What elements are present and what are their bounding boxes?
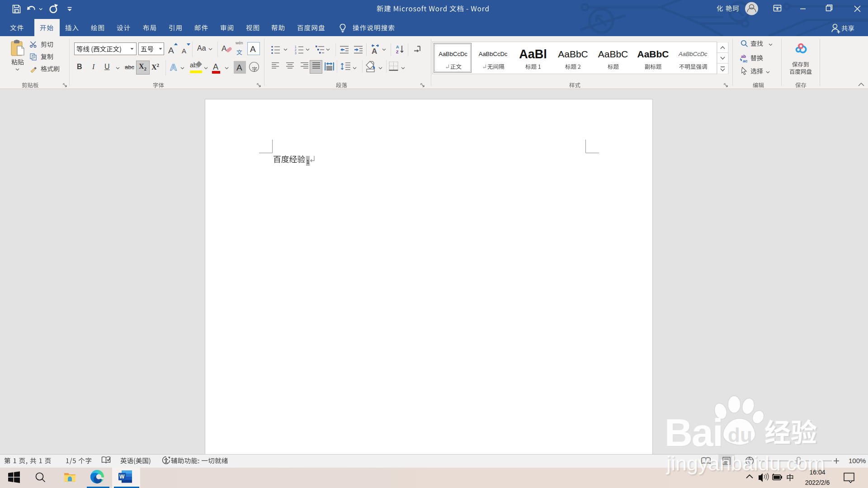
svg-text:A: A bbox=[182, 47, 186, 55]
svg-text:W: W bbox=[119, 474, 125, 480]
svg-text:A: A bbox=[396, 45, 399, 49]
svg-text:A: A bbox=[213, 62, 218, 71]
svg-text:A: A bbox=[222, 44, 227, 53]
svg-text:3: 3 bbox=[295, 52, 297, 54]
svg-text:1: 1 bbox=[295, 45, 297, 48]
svg-text:A: A bbox=[170, 62, 177, 72]
svg-text:A: A bbox=[236, 63, 242, 72]
svg-text:ac: ac bbox=[743, 58, 748, 63]
svg-text:A: A bbox=[250, 44, 256, 54]
svg-text:2: 2 bbox=[295, 48, 297, 52]
svg-text:A: A bbox=[168, 46, 174, 55]
svg-text:Z: Z bbox=[396, 50, 399, 54]
svg-text:A: A bbox=[372, 47, 377, 55]
